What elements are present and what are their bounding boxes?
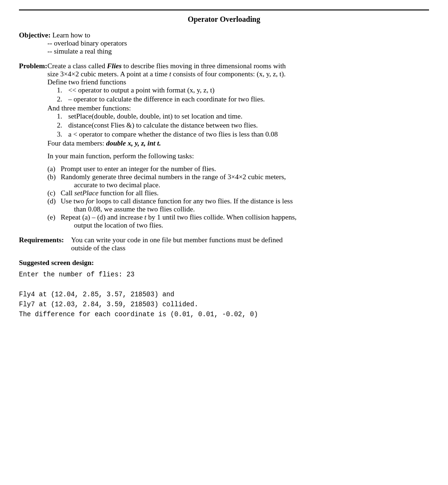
task-c-label: (c) (47, 189, 61, 197)
objective-label: Objective: (19, 31, 51, 39)
friend-func-1: 1. << operator to output a point with fo… (57, 86, 429, 94)
tasks-list: (a) Prompt user to enter an integer for … (47, 165, 429, 229)
task-a-label: (a) (47, 165, 61, 173)
task-b: (b) Randomly generate three decimal numb… (47, 173, 429, 189)
problem-line3: Define two friend functions (47, 78, 429, 86)
class-name: Flies (107, 62, 122, 70)
task-e-label: (e) (47, 213, 61, 229)
friend-func-2: 2. – operator to calculate the differenc… (57, 95, 429, 103)
page-container: Operator Overloading Objective: Learn ho… (19, 9, 429, 322)
objective-bullet-2: -- simulate a real thing (47, 47, 429, 55)
task-e-text: Repeat (a) – (d) and increase t by 1 unt… (61, 213, 297, 229)
task-d-label: (d) (47, 197, 61, 213)
for-italic: for (86, 197, 94, 205)
task-c-text: Call setPlace function for all flies. (61, 189, 159, 197)
task-b-label: (b) (47, 173, 61, 189)
suggested-section: Suggested screen design: Enter the numbe… (19, 259, 429, 322)
code-block: Enter the number of flies: 23 Fly4 at (1… (19, 267, 429, 322)
page-title: Operator Overloading (19, 9, 429, 24)
requirements-label: Requirements: (19, 236, 71, 252)
objective-intro: Learn how to (52, 31, 90, 39)
problem-line2: size 3×4×2 cubic meters. A point at a ti… (47, 70, 429, 78)
problem-label: Problem: (19, 62, 47, 70)
t-italic2: t (145, 213, 146, 221)
task-b-text: Randomly generate three decimal numbers … (61, 173, 286, 189)
problem-section: Problem: Create a class called Flies to … (19, 62, 429, 229)
task-c: (c) Call setPlace function for all flies… (47, 189, 429, 197)
task-a: (a) Prompt user to enter an integer for … (47, 165, 429, 173)
requirements-text: You can write your code in one file but … (71, 236, 283, 252)
task-a-text: Prompt user to enter an integer for the … (61, 165, 216, 173)
member-intro: And three member functions: (47, 104, 429, 112)
task-d-text: Use two for loops to call distance funct… (61, 197, 293, 213)
member-func-1: 1. setPlace(double, double, double, int)… (57, 112, 429, 120)
member-func-2: 2. distance(const Flies &) to calculate … (57, 121, 429, 129)
suggested-title: Suggested screen design: (19, 259, 94, 266)
task-d: (d) Use two for loops to call distance f… (47, 197, 429, 213)
setplace-italic: setPlace (74, 189, 99, 197)
member-func-3: 3. a < operator to compare whether the d… (57, 130, 429, 138)
problem-intro-text: Create a class called Flies to describe … (47, 62, 286, 70)
objective-bullet-1: -- overload binary operators (47, 39, 429, 47)
data-members-line: Four data members: double x, y, z, int t… (47, 139, 429, 147)
task-e: (e) Repeat (a) – (d) and increase t by 1… (47, 213, 429, 229)
friend-functions-list: 1. << operator to output a point with fo… (57, 86, 429, 103)
member-functions-list: 1. setPlace(double, double, double, int)… (57, 112, 429, 138)
data-members-italic: double x, y, z, int t. (106, 139, 161, 147)
spacer1 (19, 147, 429, 152)
problem-first-line: Problem: Create a class called Flies to … (19, 62, 429, 70)
objective-section: Objective: Learn how to -- overload bina… (19, 31, 429, 55)
t-var: t (169, 70, 171, 78)
suggested-label: Suggested screen design: (19, 259, 429, 267)
requirements-section: Requirements: You can write your code in… (19, 236, 429, 252)
tasks-intro: In your main function, perform the follo… (47, 152, 429, 160)
